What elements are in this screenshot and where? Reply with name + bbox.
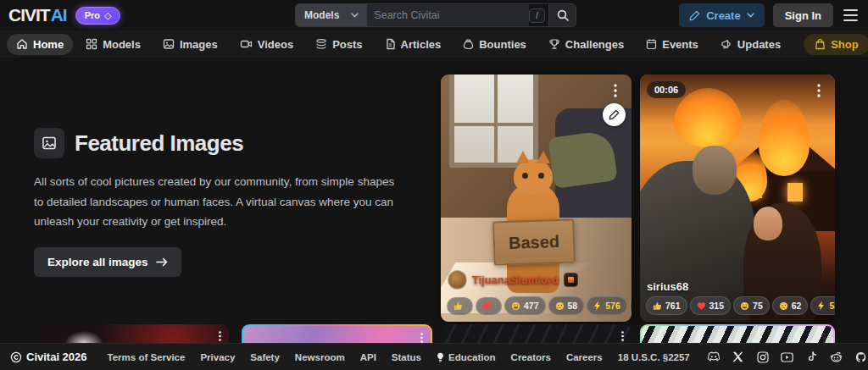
nav-label: Bounties [479,38,526,51]
footer-link-privacy[interactable]: Privacy [193,349,242,366]
cry-emoji-icon [779,301,788,311]
nav-item-events[interactable]: Events [637,34,708,55]
dots-vertical-icon [219,331,221,341]
home-icon [16,38,28,50]
nav-item-images[interactable]: Images [153,34,227,55]
page: CIVITAI Pro ◇ Models / Create Sign In [0,0,868,370]
sign-text: Based [509,231,560,252]
image-card-partial[interactable] [441,324,632,343]
pro-badge-label: Pro [85,10,100,20]
creator-row[interactable]: TijuanaSlumlord [448,270,625,290]
nav-item-challenges[interactable]: Challenges [539,34,633,55]
x-twitter-icon[interactable] [730,349,747,366]
tiktok-icon[interactable] [804,349,821,366]
reddit-icon[interactable] [828,349,845,366]
nav-label: Updates [737,38,781,51]
stat-value: 477 [524,301,539,311]
nav-item-models[interactable]: Models [76,34,150,55]
nav-item-updates[interactable]: Updates [711,34,790,55]
remix-button[interactable] [603,103,626,126]
nav-label: Events [662,38,698,51]
page-title: Featured Images [75,130,243,157]
hamburger-menu-icon[interactable] [842,6,860,25]
featured-image-card[interactable]: Based TijuanaSlumlord [441,75,632,322]
thumbs-up-reaction[interactable] [447,297,473,315]
footer-link-safety[interactable]: Safety [243,349,287,366]
dots-vertical-icon [420,333,423,343]
card-menu-button[interactable] [810,81,828,100]
lightbulb-icon [437,352,444,362]
github-icon[interactable] [853,349,868,366]
nav-item-bounties[interactable]: Bounties [453,34,536,55]
laugh-emoji-icon [740,301,749,311]
search-button[interactable] [548,4,576,26]
nav-item-videos[interactable]: Videos [231,34,303,55]
creator-row[interactable]: sirius68 [647,280,828,293]
explore-all-images-button[interactable]: Explore all images [34,247,181,277]
sign-in-button[interactable]: Sign In [773,3,833,27]
top-header: CIVITAI Pro ◇ Models / Create Sign In [0,0,868,30]
footer-link-2257[interactable]: 18 U.S.C. §2257 [611,349,697,366]
footer-link-careers[interactable]: Careers [559,349,609,366]
dots-vertical-icon [614,84,617,97]
nav-item-articles[interactable]: Articles [376,34,451,55]
thumbs-up-icon [653,301,662,311]
laugh-reaction[interactable]: 75 [733,296,770,315]
username: sirius68 [647,280,688,293]
stat-value: 315 [709,301,725,311]
image-icon-box [34,128,64,158]
info-button[interactable] [630,296,632,315]
main-content: Featured Images All sorts of cool pictur… [0,58,868,343]
info-icon [631,301,632,311]
create-button-label: Create [706,9,740,22]
search-category-value: Models [304,9,339,21]
video-duration-badge: 00:06 [647,81,686,98]
search-bar: Models / [295,3,576,27]
nav-label: Challenges [565,38,624,51]
footer-link-creators[interactable]: Creators [504,349,558,366]
nav-item-shop[interactable]: Shop [804,34,868,55]
pro-badge[interactable]: Pro ◇ [75,7,121,25]
search-category-select[interactable]: Models [296,4,367,26]
footer-link-education[interactable]: Education [430,349,503,366]
civitai-logo[interactable]: CIVITAI [8,5,67,25]
heart-icon [482,301,492,311]
zap-reaction[interactable]: 576 [587,296,627,315]
layers-icon [315,38,327,50]
nav-label: Articles [401,38,442,51]
nav-item-home[interactable]: Home [7,34,73,55]
dots-vertical-icon [621,331,624,341]
footer-link-newsroom[interactable]: Newsroom [288,349,352,366]
cry-reaction[interactable]: 62 [772,296,809,315]
image-card-partial[interactable] [242,324,432,343]
chevron-down-icon [747,13,754,18]
image-icon [42,135,57,151]
cry-reaction[interactable]: 58 [548,296,585,315]
laugh-reaction[interactable]: 477 [504,296,546,315]
search-icon [557,9,569,21]
footer-link-api[interactable]: API [353,349,383,366]
image-card-partial[interactable] [640,324,835,343]
chevron-down-icon [351,13,359,18]
thumbs-up-reaction[interactable]: 761 [646,296,687,315]
card-menu-button[interactable] [606,81,625,100]
create-button[interactable]: Create [679,3,764,27]
image-card-partial[interactable] [41,324,229,343]
discord-icon[interactable] [705,349,722,366]
social-links [705,349,868,366]
zap-reaction[interactable]: 530 [810,296,835,315]
thumbs-up-icon [453,301,463,311]
cry-emoji-icon [555,301,565,311]
dots-vertical-icon [817,84,821,97]
main-nav: Home Models Images Videos Posts Articles… [0,30,868,58]
heart-reaction[interactable] [476,297,502,315]
instagram-icon[interactable] [754,349,771,366]
nav-item-posts[interactable]: Posts [306,34,371,55]
search-input[interactable] [367,4,529,26]
stat-value: 576 [605,301,620,311]
footer-link-terms[interactable]: Terms of Service [101,349,192,366]
featured-video-card[interactable]: 00:06 sirius68 761 315 75 [640,75,835,322]
heart-reaction[interactable]: 315 [690,296,732,315]
footer-link-status[interactable]: Status [385,349,428,366]
youtube-icon[interactable] [779,349,796,366]
